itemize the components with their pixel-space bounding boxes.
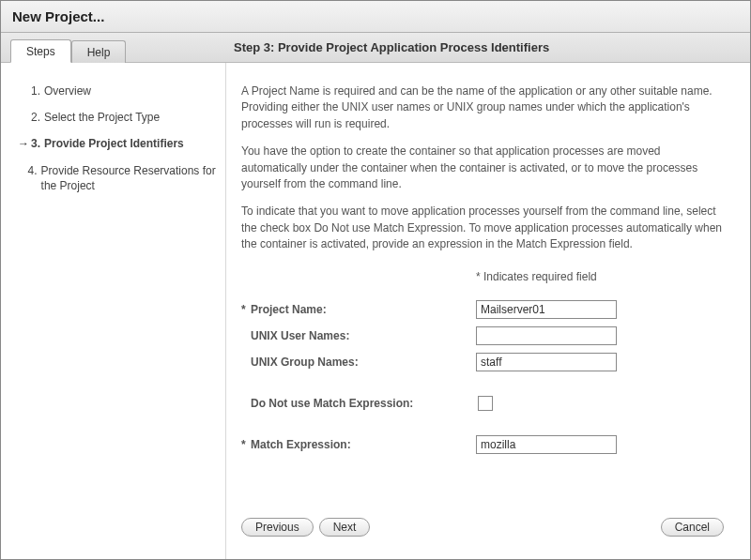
step-arrow-icon: → [18,136,31,151]
previous-button[interactable]: Previous [241,518,314,537]
step-title: Step 3: Provide Project Application Proc… [226,33,750,62]
tab-help[interactable]: Help [71,40,127,63]
required-note: * Indicates required field [241,270,724,283]
step-label: Overview [44,83,91,98]
tab-steps[interactable]: Steps [10,39,71,63]
instruction-paragraph: You have the option to create the contai… [241,144,724,192]
step-number: 3. [31,136,40,151]
steps-sidebar: 1. Overview 2. Select the Project Type →… [1,63,226,559]
step-number: 1. [31,83,40,98]
step-resource-reservations[interactable]: 4. Provide Resource Reservations for the… [18,158,216,199]
row-match-expression: *Match Expression: [241,435,724,454]
project-name-input[interactable] [476,300,617,319]
step-select-type[interactable]: 2. Select the Project Type [18,104,216,130]
cancel-button[interactable]: Cancel [661,518,724,537]
step-overview[interactable]: 1. Overview [18,78,216,104]
instruction-paragraph: A Project Name is required and can be th… [241,83,724,132]
tabs: Steps Help [1,33,226,62]
toolbar-row: Steps Help Step 3: Provide Project Appli… [1,33,750,63]
match-expression-input[interactable] [476,435,617,454]
form: *Project Name: UNIX User Names: UNIX Gro… [241,293,724,462]
row-project-name: *Project Name: [241,300,724,319]
required-asterisk-icon: * [241,303,251,316]
unix-group-input[interactable] [476,353,617,371]
next-button[interactable]: Next [319,518,371,537]
row-unix-group: UNIX Group Names: [241,353,724,371]
required-asterisk-icon: * [241,438,251,451]
wizard-body: 1. Overview 2. Select the Project Type →… [1,63,750,559]
label-unix-user: UNIX User Names: [241,329,476,342]
step-project-identifiers[interactable]: → 3. Provide Project Identifiers [18,130,216,157]
step-label: Select the Project Type [44,110,160,125]
no-match-checkbox[interactable] [478,396,493,411]
instructions: A Project Name is required and can be th… [241,83,724,265]
label-match-expression: *Match Expression: [241,438,476,451]
unix-user-input[interactable] [476,326,617,345]
step-label: Provide Resource Reservations for the Pr… [41,163,216,193]
step-label: Provide Project Identifiers [44,136,184,151]
main-panel: A Project Name is required and can be th… [226,63,750,559]
label-no-match: Do Not use Match Expression: [241,397,476,410]
label-project-name: *Project Name: [241,303,476,316]
window-title: New Project... [12,8,739,24]
label-unix-group: UNIX Group Names: [241,356,476,369]
row-no-match: Do Not use Match Expression: [241,396,724,411]
step-number: 2. [31,110,40,125]
button-row: Previous Next Cancel [241,508,724,548]
row-unix-user: UNIX User Names: [241,326,724,345]
step-number: 4. [28,163,38,178]
asterisk-icon: * [476,270,481,283]
wizard-window: New Project... Steps Help Step 3: Provid… [0,0,751,560]
instruction-paragraph: To indicate that you want to move applic… [241,204,724,252]
titlebar: New Project... [1,1,750,33]
